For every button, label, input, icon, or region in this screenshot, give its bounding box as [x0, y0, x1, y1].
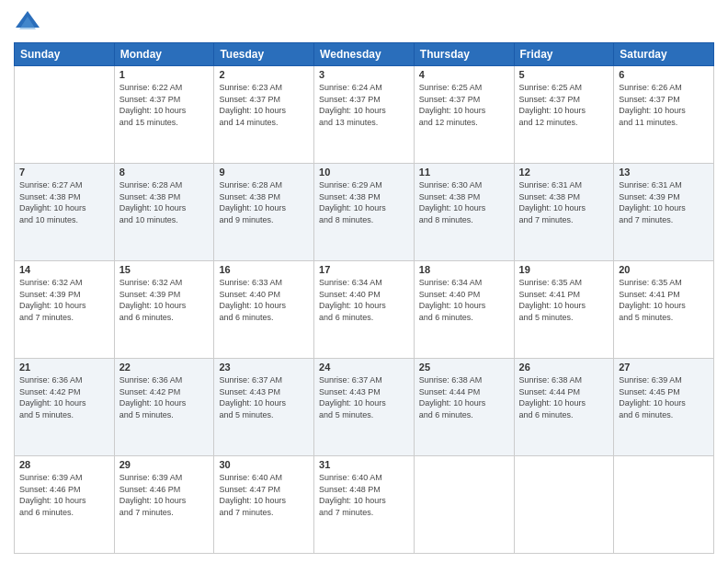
day-cell: 31Sunrise: 6:40 AM Sunset: 4:48 PM Dayli…	[314, 456, 415, 554]
day-info: Sunrise: 6:22 AM Sunset: 4:37 PM Dayligh…	[119, 82, 210, 128]
day-cell: 30Sunrise: 6:40 AM Sunset: 4:47 PM Dayli…	[214, 456, 314, 554]
day-cell: 12Sunrise: 6:31 AM Sunset: 4:38 PM Dayli…	[514, 164, 614, 261]
col-header-thursday: Thursday	[414, 43, 514, 66]
day-info: Sunrise: 6:31 AM Sunset: 4:39 PM Dayligh…	[619, 179, 709, 225]
day-number: 2	[219, 69, 309, 80]
day-info: Sunrise: 6:31 AM Sunset: 4:38 PM Dayligh…	[519, 179, 609, 225]
day-info: Sunrise: 6:28 AM Sunset: 4:38 PM Dayligh…	[219, 179, 309, 225]
week-row-4: 21Sunrise: 6:36 AM Sunset: 4:42 PM Dayli…	[15, 359, 714, 456]
day-cell: 11Sunrise: 6:30 AM Sunset: 4:38 PM Dayli…	[414, 164, 514, 261]
day-number: 18	[419, 264, 509, 275]
day-info: Sunrise: 6:25 AM Sunset: 4:37 PM Dayligh…	[419, 82, 509, 128]
day-number: 17	[319, 264, 409, 275]
day-info: Sunrise: 6:40 AM Sunset: 4:47 PM Dayligh…	[219, 472, 309, 518]
day-number: 24	[319, 362, 409, 373]
day-info: Sunrise: 6:30 AM Sunset: 4:38 PM Dayligh…	[419, 179, 509, 225]
day-cell: 28Sunrise: 6:39 AM Sunset: 4:46 PM Dayli…	[15, 456, 115, 554]
day-number: 6	[619, 69, 709, 80]
day-number: 16	[219, 264, 309, 275]
day-info: Sunrise: 6:37 AM Sunset: 4:43 PM Dayligh…	[219, 374, 309, 420]
day-cell: 22Sunrise: 6:36 AM Sunset: 4:42 PM Dayli…	[114, 359, 214, 456]
day-number: 9	[219, 167, 309, 178]
col-header-sunday: Sunday	[15, 43, 115, 66]
day-number: 11	[419, 167, 509, 178]
day-info: Sunrise: 6:38 AM Sunset: 4:44 PM Dayligh…	[419, 374, 509, 420]
day-cell: 27Sunrise: 6:39 AM Sunset: 4:45 PM Dayli…	[614, 359, 714, 456]
day-info: Sunrise: 6:27 AM Sunset: 4:38 PM Dayligh…	[19, 179, 109, 225]
week-row-5: 28Sunrise: 6:39 AM Sunset: 4:46 PM Dayli…	[15, 456, 714, 554]
day-number: 14	[19, 264, 109, 275]
day-info: Sunrise: 6:40 AM Sunset: 4:48 PM Dayligh…	[319, 472, 409, 518]
day-cell: 13Sunrise: 6:31 AM Sunset: 4:39 PM Dayli…	[614, 164, 714, 261]
col-header-wednesday: Wednesday	[314, 43, 415, 66]
day-info: Sunrise: 6:35 AM Sunset: 4:41 PM Dayligh…	[619, 277, 709, 323]
day-info: Sunrise: 6:28 AM Sunset: 4:38 PM Dayligh…	[119, 179, 210, 225]
day-number: 3	[319, 69, 409, 80]
day-number: 25	[419, 362, 509, 373]
day-cell	[15, 66, 115, 164]
day-cell: 16Sunrise: 6:33 AM Sunset: 4:40 PM Dayli…	[214, 261, 314, 359]
week-row-1: 1Sunrise: 6:22 AM Sunset: 4:37 PM Daylig…	[15, 66, 714, 164]
day-info: Sunrise: 6:39 AM Sunset: 4:45 PM Dayligh…	[619, 374, 709, 420]
day-number: 15	[119, 264, 210, 275]
week-row-3: 14Sunrise: 6:32 AM Sunset: 4:39 PM Dayli…	[15, 261, 714, 359]
day-cell: 3Sunrise: 6:24 AM Sunset: 4:37 PM Daylig…	[314, 66, 415, 164]
day-number: 1	[119, 69, 210, 80]
day-number: 10	[319, 167, 409, 178]
day-number: 12	[519, 167, 609, 178]
day-cell: 20Sunrise: 6:35 AM Sunset: 4:41 PM Dayli…	[614, 261, 714, 359]
day-cell: 1Sunrise: 6:22 AM Sunset: 4:37 PM Daylig…	[114, 66, 214, 164]
day-info: Sunrise: 6:37 AM Sunset: 4:43 PM Dayligh…	[319, 374, 409, 420]
day-number: 7	[19, 167, 109, 178]
day-cell: 8Sunrise: 6:28 AM Sunset: 4:38 PM Daylig…	[114, 164, 214, 261]
day-cell: 23Sunrise: 6:37 AM Sunset: 4:43 PM Dayli…	[214, 359, 314, 456]
page: SundayMondayTuesdayWednesdayThursdayFrid…	[0, 0, 728, 563]
logo	[14, 9, 45, 37]
day-info: Sunrise: 6:33 AM Sunset: 4:40 PM Dayligh…	[219, 277, 309, 323]
day-cell: 29Sunrise: 6:39 AM Sunset: 4:46 PM Dayli…	[114, 456, 214, 554]
day-cell: 2Sunrise: 6:23 AM Sunset: 4:37 PM Daylig…	[214, 66, 314, 164]
header-row: SundayMondayTuesdayWednesdayThursdayFrid…	[15, 43, 714, 66]
day-number: 31	[319, 459, 409, 470]
day-info: Sunrise: 6:38 AM Sunset: 4:44 PM Dayligh…	[519, 374, 609, 420]
col-header-friday: Friday	[514, 43, 614, 66]
day-cell: 17Sunrise: 6:34 AM Sunset: 4:40 PM Dayli…	[314, 261, 415, 359]
day-info: Sunrise: 6:26 AM Sunset: 4:37 PM Dayligh…	[619, 82, 709, 128]
col-header-saturday: Saturday	[614, 43, 714, 66]
day-cell: 18Sunrise: 6:34 AM Sunset: 4:40 PM Dayli…	[414, 261, 514, 359]
day-info: Sunrise: 6:23 AM Sunset: 4:37 PM Dayligh…	[219, 82, 309, 128]
day-number: 8	[119, 167, 210, 178]
day-info: Sunrise: 6:36 AM Sunset: 4:42 PM Dayligh…	[119, 374, 210, 420]
day-info: Sunrise: 6:32 AM Sunset: 4:39 PM Dayligh…	[119, 277, 210, 323]
calendar-table: SundayMondayTuesdayWednesdayThursdayFrid…	[14, 42, 714, 554]
day-info: Sunrise: 6:39 AM Sunset: 4:46 PM Dayligh…	[19, 472, 109, 518]
day-cell: 14Sunrise: 6:32 AM Sunset: 4:39 PM Dayli…	[15, 261, 115, 359]
day-number: 27	[619, 362, 709, 373]
day-cell: 24Sunrise: 6:37 AM Sunset: 4:43 PM Dayli…	[314, 359, 415, 456]
header	[14, 9, 714, 37]
day-cell: 19Sunrise: 6:35 AM Sunset: 4:41 PM Dayli…	[514, 261, 614, 359]
day-cell: 4Sunrise: 6:25 AM Sunset: 4:37 PM Daylig…	[414, 66, 514, 164]
day-number: 29	[119, 459, 210, 470]
col-header-tuesday: Tuesday	[214, 43, 314, 66]
day-info: Sunrise: 6:34 AM Sunset: 4:40 PM Dayligh…	[419, 277, 509, 323]
day-number: 4	[419, 69, 509, 80]
day-info: Sunrise: 6:35 AM Sunset: 4:41 PM Dayligh…	[519, 277, 609, 323]
day-cell: 6Sunrise: 6:26 AM Sunset: 4:37 PM Daylig…	[614, 66, 714, 164]
day-info: Sunrise: 6:39 AM Sunset: 4:46 PM Dayligh…	[119, 472, 210, 518]
day-number: 13	[619, 167, 709, 178]
day-cell: 21Sunrise: 6:36 AM Sunset: 4:42 PM Dayli…	[15, 359, 115, 456]
day-info: Sunrise: 6:25 AM Sunset: 4:37 PM Dayligh…	[519, 82, 609, 128]
day-info: Sunrise: 6:34 AM Sunset: 4:40 PM Dayligh…	[319, 277, 409, 323]
day-number: 26	[519, 362, 609, 373]
day-info: Sunrise: 6:36 AM Sunset: 4:42 PM Dayligh…	[19, 374, 109, 420]
day-number: 22	[119, 362, 210, 373]
day-number: 21	[19, 362, 109, 373]
day-number: 28	[19, 459, 109, 470]
day-cell: 7Sunrise: 6:27 AM Sunset: 4:38 PM Daylig…	[15, 164, 115, 261]
day-cell	[414, 456, 514, 554]
day-cell	[514, 456, 614, 554]
day-info: Sunrise: 6:29 AM Sunset: 4:38 PM Dayligh…	[319, 179, 409, 225]
day-cell: 10Sunrise: 6:29 AM Sunset: 4:38 PM Dayli…	[314, 164, 415, 261]
day-cell	[614, 456, 714, 554]
